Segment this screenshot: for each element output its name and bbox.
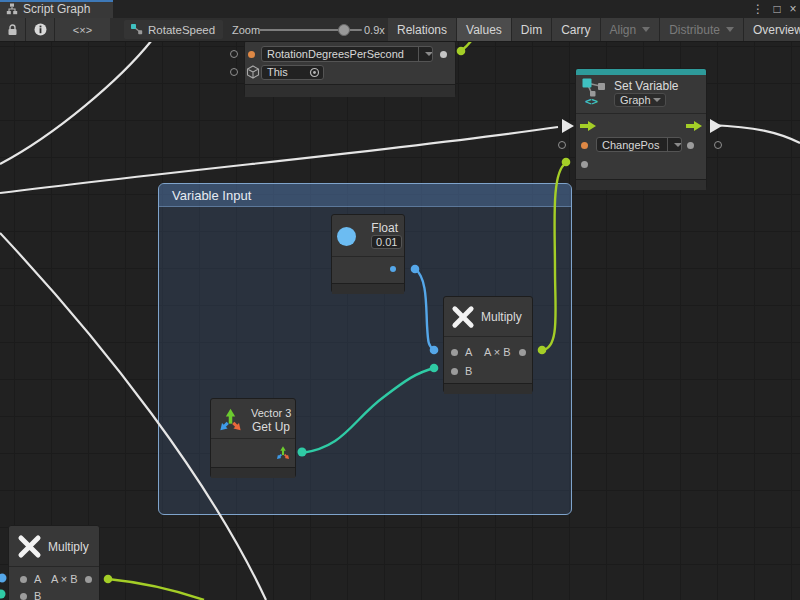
zoom-slider-handle[interactable] — [338, 24, 350, 36]
node-title: Multiply — [481, 310, 522, 324]
zoom-label: Zoom — [232, 24, 260, 36]
node-footer — [332, 283, 404, 294]
node-set-variable-rotationdegrees[interactable]: RotationDegreesPerSecond This — [244, 40, 456, 97]
node-title: Float — [371, 221, 398, 235]
node-multiply-2[interactable]: Multiply A A × B B — [8, 525, 100, 600]
variable-scope-dropdown[interactable]: Graph — [614, 93, 666, 107]
chevron-down-icon — [653, 98, 661, 102]
port-dot-a[interactable] — [20, 576, 27, 583]
graph-icon — [130, 23, 143, 36]
info-icon — [34, 23, 47, 36]
port-ring-target[interactable] — [230, 68, 238, 76]
node-title-line1: Vector 3 — [251, 407, 291, 419]
variable-name-dropdown[interactable]: RotationDegreesPerSecond — [261, 46, 433, 62]
port-label-out: A × B — [51, 573, 78, 585]
port-dot-output[interactable] — [687, 142, 694, 149]
multiply-icon — [17, 534, 42, 559]
toolbar-button-align[interactable]: Align — [601, 18, 661, 41]
port-dot-variable[interactable] — [581, 142, 588, 149]
variable-scope-value: Graph — [615, 94, 653, 106]
port-dot-b[interactable] — [451, 368, 458, 375]
node-vector3-get-up[interactable]: Vector 3 Get Up — [210, 398, 296, 478]
group-title: Variable Input — [172, 188, 251, 203]
node-footer — [245, 84, 455, 97]
toolbar-button-distribute[interactable]: Distribute — [660, 18, 744, 41]
port-ring-input[interactable] — [230, 50, 238, 58]
chevron-down-icon[interactable] — [667, 138, 681, 151]
node-set-variable-changepos[interactable]: <> Set Variable Graph ChangePos — [575, 68, 707, 190]
port-dot-value-input[interactable] — [581, 161, 588, 168]
set-variable-icon: <> — [580, 77, 610, 107]
port-dot-a[interactable] — [451, 349, 458, 356]
port-dot-out[interactable] — [519, 349, 526, 356]
node-footer — [211, 467, 295, 478]
graph-breadcrumb-label: RotateSpeed — [148, 24, 215, 36]
variable-name-dropdown[interactable]: ChangePos — [596, 137, 682, 152]
flow-output-wire-arrow — [710, 119, 722, 133]
port-dot-output[interactable] — [440, 51, 447, 58]
node-title: Set Variable — [614, 79, 678, 93]
port-label-b: B — [34, 590, 41, 600]
flow-input-wire-arrow — [562, 119, 574, 133]
svg-text:<>: <> — [585, 95, 599, 107]
toolbar-button-relations[interactable]: Relations — [388, 18, 457, 41]
group-header[interactable]: Variable Input — [159, 184, 571, 207]
node-footer — [444, 383, 532, 394]
tab-title: Script Graph — [23, 2, 90, 16]
target-this-value: This — [262, 66, 309, 78]
script-graph-icon — [6, 3, 18, 15]
port-ring-output[interactable] — [714, 141, 722, 149]
target-this-field[interactable]: This — [261, 65, 324, 80]
port-label-a: A — [34, 573, 41, 585]
chevron-down-icon — [642, 27, 650, 32]
chevron-down-icon[interactable] — [418, 47, 432, 61]
port-dot-variable[interactable] — [248, 51, 255, 58]
float-value: 0.01 — [372, 236, 401, 248]
cube-icon — [246, 65, 260, 79]
toolbar-button-values[interactable]: Values — [457, 18, 512, 41]
unity-visual-scripting-window: Variable Input RotationDegreesPerS — [0, 0, 800, 600]
node-title: Multiply — [48, 540, 89, 554]
node-float[interactable]: Float 0.01 — [331, 214, 405, 293]
window-maximize-button[interactable]: □ — [769, 0, 785, 18]
port-label-a: A — [465, 346, 472, 358]
tab-script-graph[interactable]: Script Graph — [0, 0, 113, 18]
graph-toolbar: <×> RotateSpeed Zoom 0.9x Relations Valu… — [0, 18, 800, 42]
code-view-button[interactable]: <×> — [55, 18, 110, 41]
graph-breadcrumb[interactable]: RotateSpeed — [124, 20, 223, 39]
info-button[interactable] — [26, 18, 55, 41]
port-dot-output[interactable] — [390, 266, 396, 272]
toolbar-button-carry[interactable]: Carry — [552, 18, 600, 41]
float-value-field[interactable]: 0.01 — [371, 235, 402, 249]
toolbar-button-dim[interactable]: Dim — [512, 18, 552, 41]
tab-accent-stripe — [0, 0, 113, 2]
window-menu-button[interactable]: ⋮ — [750, 0, 766, 18]
toolbar-button-overview[interactable]: Overview — [744, 18, 800, 41]
port-dot-out[interactable] — [85, 576, 92, 583]
variable-name-value: RotationDegreesPerSecond — [262, 48, 418, 60]
window-close-button[interactable]: × — [785, 0, 800, 18]
flow-input-port[interactable] — [580, 120, 597, 132]
node-accent-strip — [576, 69, 706, 75]
vector3-output-port-icon[interactable] — [275, 444, 291, 460]
node-multiply[interactable]: Multiply A A × B B — [443, 296, 533, 393]
vector3-icon — [217, 405, 244, 432]
zoom-value: 0.9x — [364, 24, 385, 36]
object-picker-icon[interactable] — [309, 67, 320, 78]
flow-output-port[interactable] — [686, 120, 703, 132]
lock-icon — [7, 24, 18, 36]
lock-button[interactable] — [0, 18, 26, 41]
multiply-icon — [451, 305, 475, 329]
port-ring-input[interactable] — [558, 141, 566, 149]
variable-name-value: ChangePos — [597, 139, 667, 151]
float-icon — [337, 227, 356, 246]
window-tab-bar: Script Graph ⋮ □ × — [0, 0, 800, 18]
node-title-line2: Get Up — [251, 420, 291, 434]
port-label-b: B — [465, 365, 472, 377]
port-label-out: A × B — [484, 346, 511, 358]
node-footer — [576, 179, 706, 190]
port-dot-b[interactable] — [20, 593, 27, 600]
chevron-down-icon — [726, 27, 734, 32]
